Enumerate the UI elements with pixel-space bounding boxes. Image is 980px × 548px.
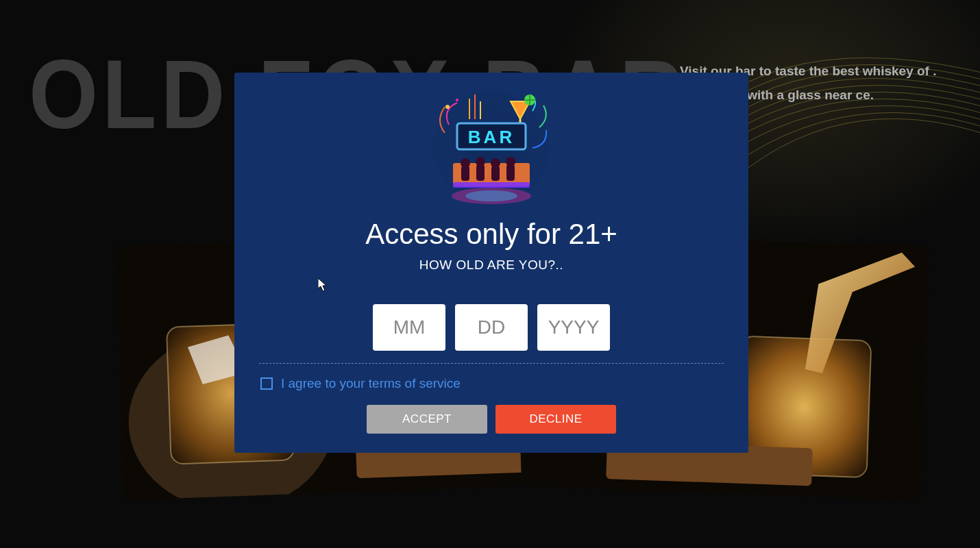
svg-point-12: [456, 99, 458, 101]
modal-subtitle: HOW OLD ARE YOU?..: [243, 258, 740, 273]
svg-point-30: [465, 190, 517, 201]
svg-point-11: [445, 105, 450, 109]
terms-checkbox[interactable]: [260, 377, 273, 390]
modal-overlay: BAR Access only for 21+ HOW OLD ARE YOU?…: [0, 0, 980, 548]
svg-rect-22: [461, 166, 469, 181]
month-input[interactable]: [373, 304, 445, 351]
svg-rect-24: [476, 164, 485, 181]
svg-rect-20: [453, 182, 530, 188]
svg-text:BAR: BAR: [468, 127, 515, 147]
year-input[interactable]: [537, 304, 610, 351]
svg-rect-26: [491, 166, 500, 181]
decline-button[interactable]: DECLINE: [495, 405, 616, 434]
day-input[interactable]: [455, 304, 528, 351]
terms-label[interactable]: I agree to your terms of service: [281, 376, 461, 391]
svg-rect-28: [506, 164, 515, 181]
terms-row: I agree to your terms of service: [259, 376, 724, 391]
button-row: ACCEPT DECLINE: [259, 405, 724, 434]
bar-logo-icon: BAR: [430, 86, 553, 210]
dob-input-row: [259, 304, 724, 351]
age-gate-modal: BAR Access only for 21+ HOW OLD ARE YOU?…: [234, 73, 748, 453]
accept-button[interactable]: ACCEPT: [367, 405, 487, 434]
modal-title: Access only for 21+: [243, 218, 740, 251]
divider: [259, 363, 724, 364]
